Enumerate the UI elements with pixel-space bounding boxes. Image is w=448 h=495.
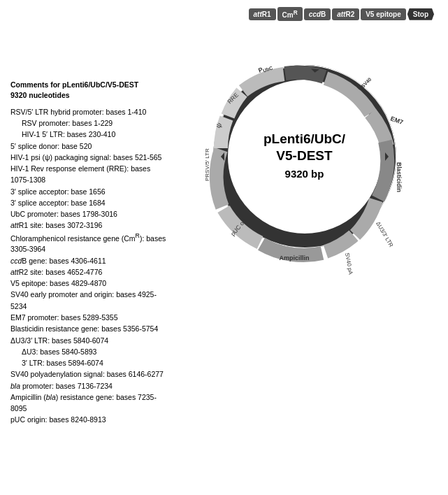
legend-v5: V5 epitope (361, 8, 406, 20)
comment-line: bla promoter: bases 7136-7234 (10, 380, 168, 392)
comment-line: HIV-1 psi (ψ) packaging signal: bases 52… (10, 152, 168, 163)
comment-line: SV40 early promoter and origin: bases 49… (10, 289, 168, 312)
comment-line: RSV promoter: bases 1-229 (10, 117, 168, 129)
ampicillin-label: Ampicillin (279, 254, 309, 261)
comment-line: Ampicillin (bla) resistance gene: bases … (10, 392, 168, 415)
comment-line: 3′ splice acceptor: base 1684 (10, 197, 168, 208)
comment-line: SV40 polyadenylation signal: bases 6146-… (10, 368, 168, 380)
comment-line: HIV-1 Rev response element (RRE): bases … (10, 163, 168, 186)
main-content: Comments for pLenti6/UbC/V5-DEST 9320 nu… (7, 24, 441, 488)
comment-line: Blasticidin resistance gene: bases 5356-… (10, 323, 168, 334)
comment-line: V5 epitope: bases 4829-4870 (10, 278, 168, 289)
plasmid-diagram: PSV40 EM7 Blasticidin ΔU3/3′ LTR SV40 pA… (186, 38, 424, 275)
sv40pa-label: SV40 pA (344, 252, 354, 275)
comment-line: 3′ LTR: bases 5894-6074 (10, 357, 168, 368)
legend-cmr: CmR (277, 7, 303, 21)
du3ltr-label: ΔU3/3′ LTR (375, 221, 394, 249)
comments-title-line1: Comments for pLenti6/UbC/V5-DEST (10, 80, 138, 89)
comment-line: EM7 promoter: bases 5289-5355 (10, 312, 168, 323)
comment-line: ΔU3/3′ LTR: bases 5840-6074 (10, 335, 168, 346)
em7-label: EM7 (389, 115, 404, 127)
comment-line: attR1 site: bases 3072-3196 (10, 220, 168, 231)
legend-ccdb: ccdB (304, 8, 331, 20)
comment-line: 5′ splice donor: base 520 (10, 141, 168, 152)
comment-line: UbC promoter: bases 1798-3016 (10, 208, 168, 220)
right-panel: PSV40 EM7 Blasticidin ΔU3/3′ LTR SV40 pA… (168, 24, 441, 488)
legend-stop: Stop (407, 8, 434, 20)
page-container: attR1 CmR ccdB attR2 V5 epitope Stop Com… (0, 0, 448, 495)
rsv5ltr-label: PRSV/5′ LTR (204, 148, 210, 181)
diagram-container: PSV40 EM7 Blasticidin ΔU3/3′ LTR SV40 pA… (186, 38, 424, 275)
comment-line: Chloramphenicol resistance gene (CmR): b… (10, 231, 168, 255)
comment-line: ccdB gene: bases 4306-4611 (10, 255, 168, 266)
blasticidin-label: Blasticidin (396, 162, 403, 192)
comment-line: RSV/5′ LTR hybrid promoter: bases 1-410 (10, 106, 168, 117)
legend-bar: attR1 CmR ccdB attR2 V5 epitope Stop (7, 7, 441, 21)
comment-line: 3′ splice acceptor: base 1656 (10, 186, 168, 197)
comment-line: pUC origin: bases 8240-8913 (10, 414, 168, 425)
comments-title: Comments for pLenti6/UbC/V5-DEST 9320 nu… (10, 80, 168, 100)
comments-title-line2: 9320 nucleotides (10, 91, 70, 99)
comment-line: HIV-1 5′ LTR: bases 230-410 (10, 129, 168, 140)
comment-line: ΔU3: bases 5840-5893 (10, 346, 168, 357)
legend-attr1: attR1 (249, 8, 276, 20)
left-panel: Comments for pLenti6/UbC/V5-DEST 9320 nu… (7, 24, 168, 488)
legend-attr2: attR2 (332, 8, 359, 20)
comment-line: attR2 site: bases 4652-4776 (10, 266, 168, 278)
